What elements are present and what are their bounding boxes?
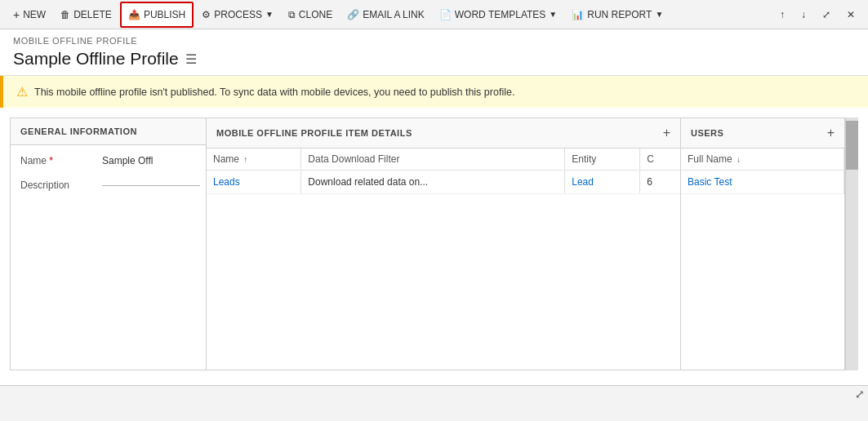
lead-entity-link[interactable]: Lead [565, 171, 639, 194]
page-header: MOBILE OFFLINE PROFILE Sample Offline Pr… [0, 29, 868, 76]
users-panel: USERS + Full Name ↓ [681, 118, 844, 370]
toolbar-nav: ↑ ↓ ⤢ ✕ [773, 2, 861, 28]
bottom-expand-icon[interactable]: ⤢ [855, 388, 865, 401]
table-row: Leads Download related data on... Lead 6 [207, 171, 680, 194]
delete-button[interactable]: 🗑 DELETE [54, 2, 118, 28]
users-table: Full Name ↓ Basic Test [681, 148, 844, 194]
email-button[interactable]: 🔗 EMAIL A LINK [341, 2, 431, 28]
required-star: * [49, 155, 53, 166]
run-icon: 📊 [572, 9, 584, 20]
alert-icon: ⚠ [16, 84, 28, 100]
users-header-row: USERS + [681, 118, 844, 148]
name-field-row: Name * Sample Offl [20, 155, 196, 166]
sort-fullname-icon: ↓ [737, 155, 741, 164]
toolbar: + NEW 🗑 DELETE 📤 PUBLISH ⚙ PROCESS ▼ ⧉ C… [0, 0, 868, 29]
down-icon: ↓ [801, 9, 806, 20]
publish-icon: 📤 [128, 9, 140, 20]
clone-icon: ⧉ [288, 9, 296, 20]
word-icon: 📄 [439, 9, 452, 20]
expand-button[interactable]: ⤢ [816, 2, 837, 28]
up-icon: ↑ [780, 9, 785, 20]
users-header: USERS [691, 128, 723, 138]
lead-filter: Download related data on... [301, 171, 564, 194]
page-title-row: Sample Offline Profile ☰ [13, 49, 855, 75]
user-row-sep [844, 171, 844, 194]
col-name: Name ↑ [207, 148, 300, 171]
col-c: C [640, 148, 680, 171]
scrollbar-thumb[interactable] [846, 121, 858, 170]
hamburger-icon[interactable]: ☰ [185, 51, 197, 67]
col-entity: Entity [565, 148, 639, 171]
general-info-header: GENERAL INFORMATION [11, 118, 206, 145]
close-button[interactable]: ✕ [840, 2, 861, 28]
general-info-body: Name * Sample Offl Description —————————… [11, 145, 206, 370]
alert-banner: ⚠ This mobile offline profile isn't publ… [0, 76, 868, 108]
col-data-download: Data Download Filter [301, 148, 564, 171]
email-icon: 🔗 [347, 9, 359, 20]
user-row: Basic Test [681, 171, 844, 194]
close-icon: ✕ [847, 9, 855, 20]
description-value: —————————— [102, 179, 200, 191]
nav-down-button[interactable]: ↓ [795, 2, 812, 28]
users-col-sep [844, 148, 844, 171]
description-label: Description [20, 179, 102, 191]
user-name-link[interactable]: Basic Test [681, 171, 844, 194]
process-dropdown-icon: ▼ [265, 10, 274, 19]
name-value: Sample Offl [102, 155, 153, 166]
profile-items-table: Name ↑ Data Download Filter Entity C [207, 148, 680, 194]
process-button[interactable]: ⚙ PROCESS ▼ [195, 2, 280, 28]
delete-icon: 🗑 [60, 9, 70, 20]
bottom-bar: ⤢ [0, 385, 868, 401]
main-content: GENERAL INFORMATION Name * Sample Offl D… [0, 108, 868, 385]
page-title: Sample Offline Profile [13, 49, 179, 69]
alert-message: This mobile offline profile isn't publis… [34, 86, 514, 98]
lead-c: 6 [640, 171, 680, 194]
expand-icon: ⤢ [822, 9, 830, 20]
add-user-button[interactable]: + [827, 126, 835, 140]
scrollbar[interactable] [845, 117, 858, 370]
word-dropdown-icon: ▼ [549, 10, 557, 19]
profile-items-header-row: MOBILE OFFLINE PROFILE ITEM DETAILS + [207, 118, 680, 148]
word-templates-button[interactable]: 📄 WORD TEMPLATES ▼ [433, 2, 563, 28]
process-icon: ⚙ [202, 9, 211, 20]
name-label: Name * [20, 155, 102, 166]
new-icon: + [13, 8, 20, 21]
run-dropdown-icon: ▼ [655, 10, 663, 19]
description-field-row: Description —————————— [20, 179, 196, 191]
general-info-panel: GENERAL INFORMATION Name * Sample Offl D… [11, 118, 207, 370]
lead-name-link[interactable]: Leads [207, 171, 300, 194]
sort-name-icon: ↑ [243, 155, 247, 164]
breadcrumb: MOBILE OFFLINE PROFILE [13, 36, 855, 46]
new-button[interactable]: + NEW [7, 2, 52, 28]
publish-button[interactable]: 📤 PUBLISH [120, 2, 194, 28]
nav-up-button[interactable]: ↑ [773, 2, 791, 28]
clone-button[interactable]: ⧉ CLONE [282, 2, 339, 28]
profile-items-header: MOBILE OFFLINE PROFILE ITEM DETAILS [216, 128, 412, 138]
col-full-name: Full Name ↓ [681, 148, 844, 171]
add-profile-item-button[interactable]: + [663, 126, 670, 140]
run-report-button[interactable]: 📊 RUN REPORT ▼ [565, 2, 670, 28]
profile-items-panel: MOBILE OFFLINE PROFILE ITEM DETAILS + Na… [207, 118, 681, 370]
